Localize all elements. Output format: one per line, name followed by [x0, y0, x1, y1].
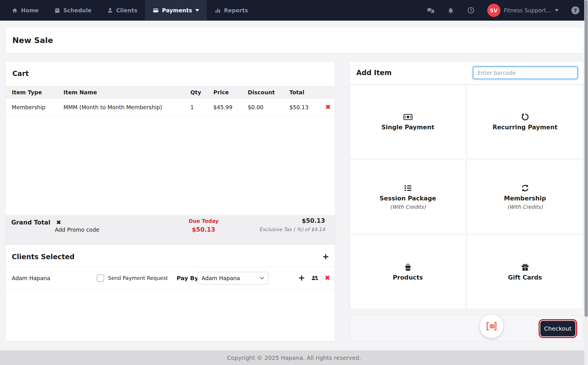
- tile-single-payment[interactable]: Single Payment: [350, 85, 466, 159]
- nav-right: SV Fitness Support... ?: [427, 0, 588, 21]
- cart-empty-area: [5, 116, 335, 215]
- tile-label: Products: [393, 274, 423, 281]
- col-discount: Discount: [241, 86, 283, 98]
- help-button[interactable]: ?: [571, 6, 579, 14]
- tile-label: Single Payment: [381, 124, 434, 131]
- nav-item-home[interactable]: Home: [4, 0, 47, 21]
- nav-label: Home: [21, 7, 39, 13]
- nav-label: Schedule: [63, 7, 92, 13]
- col-item-name: Item Name: [57, 86, 184, 98]
- cell-discount: $0.00: [241, 98, 283, 116]
- tile-recurring-payment[interactable]: Recurring Payment: [467, 85, 583, 159]
- bell-icon: [447, 7, 454, 14]
- main-nav: Home Schedule Clients Payments Reports: [0, 0, 256, 21]
- col-qty: Qty: [184, 86, 207, 98]
- clients-selected-heading: Clients Selected: [12, 253, 75, 261]
- due-today-block: Due Today $50.13: [172, 218, 235, 233]
- shopping-bag-icon: [403, 263, 413, 272]
- col-item-type: Item Type: [5, 86, 57, 98]
- checkout-button[interactable]: Checkout: [540, 321, 575, 336]
- barcode-scan-icon: [485, 322, 498, 331]
- plus-icon: [298, 275, 305, 281]
- remove-item-icon[interactable]: ✖: [325, 103, 331, 111]
- plus-icon: [322, 253, 329, 260]
- pay-by-selected-value: Adam Hapana: [202, 275, 240, 281]
- grand-total-amount-block: $50.13 Exclusive Tax ( %) of $4.14: [259, 217, 325, 232]
- rotate-left-icon: [521, 113, 530, 121]
- history-button[interactable]: [467, 7, 475, 14]
- tile-gift-cards[interactable]: Gift Cards: [467, 235, 583, 309]
- list-icon: [403, 184, 413, 192]
- footer: Copyright © 2025 Hapana. All rights rese…: [0, 350, 588, 365]
- clear-promo-icon[interactable]: ✖: [56, 220, 61, 226]
- cell-item-name: MMM (Month to Month Membership): [57, 98, 184, 116]
- barcode-scan-button[interactable]: [480, 315, 503, 338]
- tile-sub-label: (With Credits): [507, 204, 543, 210]
- caret-down-icon: [555, 9, 559, 11]
- cart-panel: Cart Item Type Item Name Qty Price Disco…: [5, 61, 335, 341]
- grand-total-bar: Grand Total ✖ Add Promo code Due Today $…: [5, 215, 335, 245]
- add-client-button[interactable]: [322, 253, 329, 260]
- scrollbar-track[interactable]: [584, 0, 588, 365]
- scrollbar-thumb[interactable]: [585, 0, 588, 317]
- tile-session-package[interactable]: Session Package (With Credits): [350, 160, 466, 234]
- nav-label: Clients: [116, 7, 138, 13]
- people-icon: [311, 275, 319, 281]
- account-name: Fitness Support...: [504, 7, 551, 13]
- tile-label: Membership: [504, 195, 546, 202]
- top-navbar: Home Schedule Clients Payments Reports: [0, 0, 588, 21]
- tile-products[interactable]: Products: [350, 235, 466, 309]
- cell-total: $50.13: [283, 98, 317, 116]
- add-item-tile-grid: Single Payment Recurring Payment Session…: [349, 84, 583, 309]
- cart-heading-row: Cart: [5, 61, 335, 86]
- caret-down-icon: [195, 9, 199, 11]
- account-menu[interactable]: SV Fitness Support...: [487, 4, 559, 17]
- calendar-icon: [54, 7, 60, 13]
- assign-clients-button[interactable]: [311, 275, 319, 281]
- client-actions: ✖: [298, 275, 330, 281]
- gift-icon: [521, 263, 530, 272]
- nav-item-clients[interactable]: Clients: [99, 0, 145, 21]
- pay-by-select[interactable]: Adam Hapana: [197, 272, 268, 284]
- tile-sub-label: (With Credits): [390, 204, 425, 210]
- notifications-button[interactable]: [447, 7, 454, 14]
- clients-selected-header: Clients Selected: [5, 247, 335, 267]
- client-name: Adam Hapana: [12, 275, 50, 281]
- remove-client-icon[interactable]: ✖: [325, 275, 330, 281]
- nav-label: Payments: [162, 7, 192, 13]
- due-today-amount: $50.13: [172, 226, 235, 233]
- client-row: Adam Hapana Send Payment Request Pay By …: [5, 267, 335, 289]
- add-item-panel: Add Item Single Payment Recurring Paymen…: [349, 61, 584, 309]
- nav-item-payments[interactable]: Payments: [145, 0, 207, 21]
- pay-by-label: Pay By: [177, 275, 198, 282]
- clock-icon: [467, 7, 475, 14]
- tile-label: Recurring Payment: [492, 124, 557, 131]
- send-payment-request-label: Send Payment Request: [108, 275, 168, 281]
- send-payment-request-checkbox[interactable]: [97, 274, 104, 282]
- add-item-heading: Add Item: [356, 69, 392, 77]
- tile-membership-credits[interactable]: Membership (With Credits): [467, 160, 583, 234]
- page-title: New Sale: [5, 36, 53, 45]
- grand-total-amount: $50.13: [259, 217, 325, 224]
- new-sale-card: New Sale: [5, 27, 584, 53]
- due-today-label: Due Today: [172, 218, 235, 224]
- col-actions: [317, 86, 335, 98]
- cart-header-row: Item Type Item Name Qty Price Discount T…: [5, 86, 335, 98]
- cell-price: $45.99: [207, 98, 241, 116]
- barcode-input[interactable]: [473, 67, 578, 79]
- chat-button[interactable]: [427, 7, 434, 14]
- cart-row: Membership MMM (Month to Month Membershi…: [5, 98, 335, 116]
- clients-icon: [107, 7, 113, 13]
- add-item-for-client-button[interactable]: [298, 275, 305, 281]
- add-promo-code-link[interactable]: Add Promo code: [55, 227, 99, 233]
- nav-item-schedule[interactable]: Schedule: [47, 0, 99, 21]
- cart-table: Item Type Item Name Qty Price Discount T…: [5, 86, 335, 116]
- chat-icon: [427, 7, 434, 14]
- sync-icon: [521, 184, 530, 192]
- cell-item-type: Membership: [5, 98, 57, 116]
- add-item-header: Add Item: [349, 61, 583, 84]
- copyright-text: Copyright © 2025 Hapana. All rights rese…: [227, 354, 361, 361]
- grand-total-label: Grand Total: [11, 219, 50, 226]
- nav-item-reports[interactable]: Reports: [207, 0, 256, 21]
- tile-label: Session Package: [380, 195, 436, 202]
